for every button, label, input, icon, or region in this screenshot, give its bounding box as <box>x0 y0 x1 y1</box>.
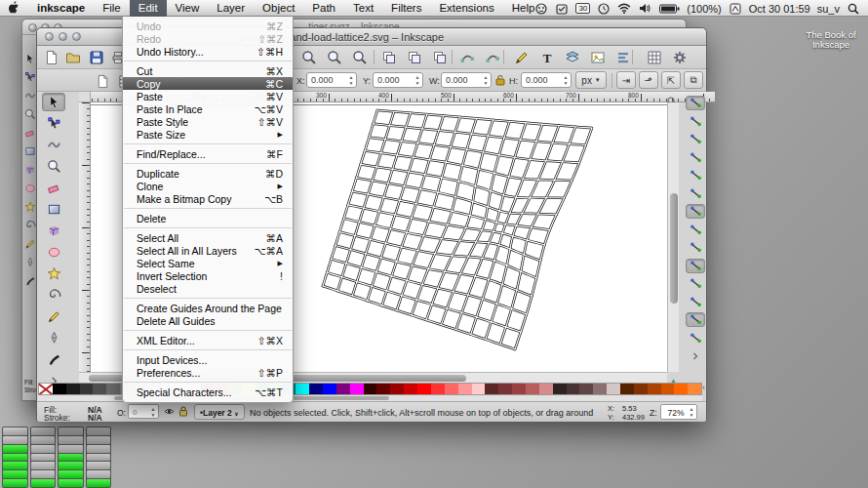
palette-swatch[interactable] <box>539 384 553 394</box>
tasks-icon[interactable] <box>555 2 569 15</box>
battery-icon[interactable] <box>658 2 680 15</box>
menu-view[interactable]: View <box>167 0 209 17</box>
apple-menu[interactable] <box>0 0 28 17</box>
menu-item-preferences[interactable]: Preferences...⇧⌘P <box>123 366 293 379</box>
palette-swatch[interactable] <box>458 384 472 394</box>
spotlight-icon[interactable] <box>847 2 860 15</box>
menu-filters[interactable]: Filters <box>382 0 430 17</box>
palette-swatch[interactable] <box>445 384 458 394</box>
eraser-tool-button[interactable] <box>42 179 65 197</box>
palette-swatch[interactable] <box>80 384 94 394</box>
palette-swatch[interactable] <box>296 384 309 394</box>
open-document-button[interactable] <box>64 49 82 66</box>
menu-extensions[interactable]: Extensions <box>430 0 502 17</box>
scale-patterns-toggle[interactable]: ⧉ <box>684 71 703 89</box>
edit-paths-button[interactable] <box>458 49 476 66</box>
duplicate-button[interactable] <box>380 49 398 66</box>
menu-path[interactable]: Path <box>303 0 344 17</box>
palette-swatch[interactable] <box>634 384 648 394</box>
menu-item-invert-selection[interactable]: Invert Selection! <box>123 269 293 282</box>
lock-ratio-icon[interactable] <box>495 74 505 88</box>
new-document-button[interactable] <box>43 49 60 66</box>
menu-item-paste-in-place[interactable]: Paste In Place⌥⌘V <box>123 102 293 115</box>
zoom-tool-button[interactable] <box>42 157 65 176</box>
palette-swatch[interactable] <box>579 384 593 394</box>
snap-button-1[interactable] <box>686 96 705 110</box>
desktop-icon-label[interactable]: The Book of Inkscape <box>798 30 864 50</box>
snap-button-14[interactable] <box>686 331 705 346</box>
edit-clips-button[interactable] <box>484 49 501 66</box>
palette-swatch[interactable] <box>417 384 431 394</box>
stroke-value[interactable]: N/A <box>88 413 102 423</box>
palette-swatch[interactable] <box>390 384 404 394</box>
vertical-scrollbar-thumb[interactable] <box>670 193 678 304</box>
layers-dialog-button[interactable] <box>564 49 581 66</box>
close-button[interactable] <box>45 32 54 41</box>
tweak-tool-button[interactable] <box>42 136 65 154</box>
menu-item-select-same[interactable]: Select Same▶ <box>123 257 293 269</box>
menu-item-select-all[interactable]: Select All⌘A <box>123 231 293 244</box>
preferences-button[interactable] <box>671 49 689 66</box>
clone-button[interactable] <box>406 49 423 66</box>
align-dialog-button[interactable] <box>614 49 632 66</box>
layer-visibility-icon[interactable] <box>164 406 175 419</box>
palette-swatch[interactable] <box>376 384 390 394</box>
object-properties-button[interactable] <box>589 49 607 66</box>
palette-swatch[interactable] <box>404 384 417 394</box>
menu-item-select-all-in-all-layers[interactable]: Select All in All Layers⌥⌘A <box>123 244 293 257</box>
snap-more-icon[interactable] <box>686 348 705 363</box>
zoom-page-button[interactable] <box>351 49 369 66</box>
snap-button-11[interactable] <box>686 276 705 291</box>
palette-swatch[interactable] <box>498 384 512 394</box>
menu-item-clone[interactable]: Clone▶ <box>123 180 293 192</box>
h-field[interactable]: 0.000▲▼ <box>521 72 572 88</box>
palette-swatch[interactable] <box>674 384 688 394</box>
snap-button-9[interactable] <box>686 240 705 255</box>
text-dialog-button[interactable]: T <box>538 49 556 66</box>
snap-button-7[interactable] <box>686 204 705 219</box>
palette-swatch[interactable] <box>688 384 701 394</box>
box3d-tool-button[interactable] <box>42 222 65 240</box>
zoom-selection-button[interactable] <box>300 49 318 66</box>
volume-icon[interactable] <box>638 2 651 15</box>
menu-item-xml-editor[interactable]: XML Editor...⇧⌘X <box>123 334 293 346</box>
ellipse-tool-button[interactable] <box>42 243 65 262</box>
palette-swatch[interactable] <box>431 384 445 394</box>
menu-object[interactable]: Object <box>254 0 303 17</box>
snap-button-2[interactable] <box>686 114 705 129</box>
palette-scroll-left-icon[interactable]: ‹ <box>702 383 705 392</box>
snap-button-8[interactable] <box>686 223 705 237</box>
menu-item-deselect[interactable]: Deselect <box>123 282 293 295</box>
palette-swatch[interactable] <box>309 384 323 394</box>
palette-swatch[interactable] <box>567 384 580 394</box>
vertical-ruler[interactable] <box>79 102 91 372</box>
palette-swatch[interactable] <box>620 384 634 394</box>
snap-button-13[interactable] <box>686 312 705 327</box>
palette-swatch[interactable] <box>661 384 675 394</box>
menu-item-input-devices[interactable]: Input Devices... <box>123 353 293 366</box>
rotate-option-button[interactable] <box>94 72 111 90</box>
pencil-tool-button[interactable] <box>42 307 65 326</box>
y-field[interactable]: 0.000▲▼ <box>373 72 423 88</box>
palette-swatch[interactable] <box>106 384 120 394</box>
menu-item-redo[interactable]: Redo⇧⌘Z <box>123 32 293 45</box>
unit-dropdown[interactable]: px ▼ <box>575 71 607 89</box>
palette-swatch[interactable] <box>512 384 526 394</box>
snap-button-4[interactable] <box>686 150 705 165</box>
palette-swatch[interactable] <box>553 384 567 394</box>
opacity-field[interactable]: 0▲▼ <box>128 404 159 419</box>
menu-item-undo-history[interactable]: Undo History...⇧⌘H <box>123 45 293 58</box>
x-field[interactable]: 0.000▲▼ <box>306 72 357 88</box>
unlink-clone-button[interactable] <box>431 49 449 66</box>
menu-item-paste-size[interactable]: Paste Size▶ <box>123 128 293 141</box>
palette-swatch[interactable] <box>364 384 377 394</box>
menu-item-delete-all-guides[interactable]: Delete All Guides <box>123 314 293 327</box>
menu-item-create-guides-around-the-page[interactable]: Create Guides Around the Page <box>123 302 293 314</box>
snap-button-3[interactable] <box>686 132 705 146</box>
menubar-clock[interactable]: Oct 30 01:59 <box>749 3 810 15</box>
menu-text[interactable]: Text <box>344 0 382 17</box>
menu-file[interactable]: File <box>94 0 130 17</box>
menu-layer[interactable]: Layer <box>208 0 254 17</box>
palette-swatch[interactable] <box>526 384 539 394</box>
menu-item-undo[interactable]: Undo⌘Z <box>123 20 293 32</box>
